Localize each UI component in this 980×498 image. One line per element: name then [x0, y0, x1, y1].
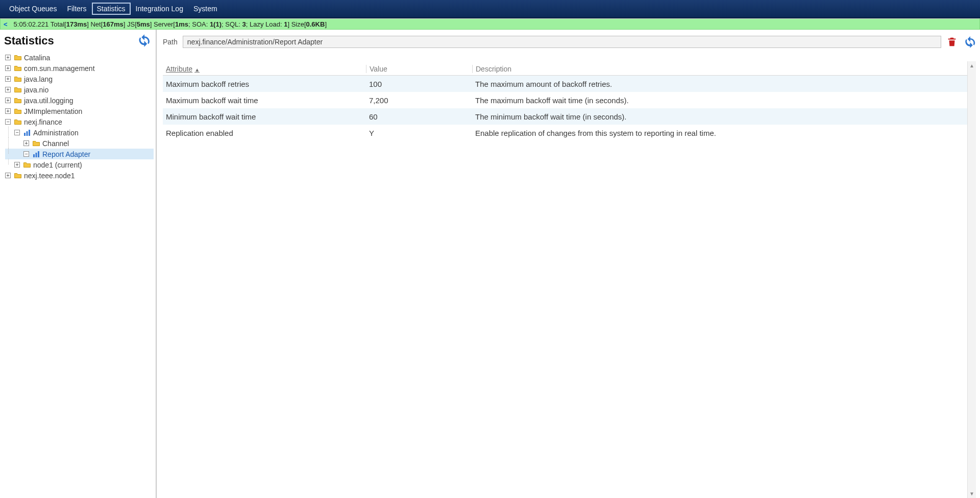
- cell-val: Y: [366, 129, 472, 137]
- expander-icon[interactable]: +: [5, 76, 11, 82]
- cell-desc: Enable replication of changes from this …: [472, 129, 976, 137]
- cell-attr: Maximum backoff retries: [163, 80, 366, 88]
- chart-icon: [23, 129, 31, 137]
- content-panel: Path Attribute▲ Value Description Maximu…: [157, 30, 980, 498]
- svg-rect-5: [38, 151, 39, 157]
- expander-icon[interactable]: −: [23, 151, 29, 157]
- refresh-icon[interactable]: [137, 34, 152, 48]
- svg-rect-4: [36, 153, 37, 157]
- folder-icon: [14, 64, 22, 73]
- statistics-tree: + Catalina + com.sun.management + java.l…: [2, 52, 154, 181]
- scroll-down-icon[interactable]: ▼: [968, 489, 976, 498]
- tree-label: Catalina: [24, 54, 50, 62]
- col-description[interactable]: Description: [472, 65, 976, 73]
- tree-item-selected[interactable]: − Report Adapter: [5, 149, 154, 159]
- expander-icon[interactable]: +: [5, 87, 11, 92]
- path-row: Path: [163, 33, 976, 51]
- svg-rect-3: [33, 154, 35, 157]
- tree-label: java.nio: [24, 86, 48, 94]
- tree-item[interactable]: − nexj.finance: [5, 116, 154, 127]
- table-body: Maximum backoff retries 100 The maximum …: [163, 76, 976, 141]
- col-value[interactable]: Value: [366, 65, 472, 73]
- cell-desc: The maximum amount of backoff retries.: [472, 80, 976, 88]
- folder-icon: [23, 161, 31, 169]
- sort-asc-icon: ▲: [194, 67, 200, 73]
- tree-label: JMImplementation: [24, 107, 82, 115]
- table-row[interactable]: Maximum backoff wait time 7,200 The maxi…: [163, 92, 976, 108]
- expander-icon[interactable]: +: [5, 98, 11, 103]
- main-area: Statistics + Catalina + com.sun.manageme…: [0, 30, 980, 498]
- back-arrow-icon[interactable]: <: [4, 20, 8, 28]
- scroll-track[interactable]: [968, 70, 976, 489]
- cell-attr: Replication enabled: [163, 129, 366, 137]
- table-row[interactable]: Minimum backoff wait time 60 The minimum…: [163, 108, 976, 125]
- expander-icon[interactable]: +: [5, 55, 11, 60]
- attributes-table: Attribute▲ Value Description Maximum bac…: [163, 61, 976, 498]
- folder-icon: [14, 118, 22, 126]
- expander-icon[interactable]: +: [5, 108, 11, 114]
- table-row[interactable]: Maximum backoff retries 100 The maximum …: [163, 76, 976, 92]
- tree-label: java.util.logging: [24, 97, 74, 105]
- nav-statistics[interactable]: Statistics: [92, 3, 131, 15]
- refresh-icon[interactable]: [964, 36, 976, 48]
- status-text: 5:05:02.221 Total[173ms] Net[167ms] JS[5…: [14, 20, 327, 28]
- table-header: Attribute▲ Value Description: [163, 61, 976, 76]
- svg-rect-2: [29, 130, 30, 136]
- table-row[interactable]: Replication enabled Y Enable replication…: [163, 125, 976, 141]
- nav-integration-log[interactable]: Integration Log: [131, 3, 188, 15]
- trash-icon[interactable]: [946, 36, 959, 48]
- path-label: Path: [163, 38, 178, 46]
- tree-item[interactable]: + com.sun.management: [5, 63, 154, 74]
- cell-desc: The maximum backoff wait time (in second…: [472, 96, 976, 105]
- tree-item[interactable]: + JMImplementation: [5, 106, 154, 116]
- svg-rect-1: [27, 131, 28, 136]
- tree-item[interactable]: + node1 (current): [5, 159, 154, 170]
- cell-val: 7,200: [366, 96, 472, 105]
- sidebar-header: Statistics: [2, 33, 154, 52]
- expander-icon[interactable]: +: [14, 162, 20, 168]
- page-title: Statistics: [4, 34, 54, 48]
- col-attribute-label: Attribute: [166, 65, 192, 73]
- tree-label: nexj.finance: [24, 118, 62, 126]
- sidebar: Statistics + Catalina + com.sun.manageme…: [0, 30, 157, 498]
- timing-status-bar: < 5:05:02.221 Total[173ms] Net[167ms] JS…: [0, 18, 980, 30]
- nav-filters[interactable]: Filters: [62, 3, 91, 15]
- folder-icon: [32, 139, 40, 148]
- expander-icon[interactable]: −: [14, 130, 20, 135]
- expander-icon[interactable]: −: [5, 119, 11, 125]
- cell-desc: The minimum backoff wait time (in second…: [472, 112, 976, 121]
- vertical-scrollbar[interactable]: ▲ ▼: [967, 61, 976, 498]
- tree-item[interactable]: + java.util.logging: [5, 95, 154, 106]
- expander-icon[interactable]: +: [5, 65, 11, 71]
- scroll-up-icon[interactable]: ▲: [968, 61, 976, 70]
- folder-icon: [14, 75, 22, 83]
- tree-item[interactable]: + Catalina: [5, 52, 154, 63]
- svg-rect-0: [24, 133, 26, 136]
- nav-system[interactable]: System: [188, 3, 223, 15]
- tree-item[interactable]: + nexj.teee.node1: [5, 170, 154, 181]
- tree-label: Administration: [33, 129, 79, 137]
- top-nav: Object Queues Filters Statistics Integra…: [0, 0, 980, 18]
- cell-val: 60: [366, 112, 472, 121]
- tree-item[interactable]: + java.lang: [5, 74, 154, 84]
- folder-icon: [14, 107, 22, 115]
- expander-icon[interactable]: +: [23, 140, 29, 146]
- folder-icon: [14, 172, 22, 180]
- folder-icon: [14, 86, 22, 94]
- cell-attr: Maximum backoff wait time: [163, 96, 366, 105]
- tree-item[interactable]: − Administration: [5, 127, 154, 138]
- nav-object-queues[interactable]: Object Queues: [4, 3, 62, 15]
- col-attribute[interactable]: Attribute▲: [163, 65, 366, 73]
- tree-label: Report Adapter: [42, 150, 90, 158]
- path-input[interactable]: [183, 36, 941, 48]
- chart-icon: [32, 150, 40, 158]
- folder-icon: [14, 54, 22, 62]
- tree-item[interactable]: + Channel: [5, 138, 154, 149]
- tree-item[interactable]: + java.nio: [5, 84, 154, 95]
- expander-icon[interactable]: +: [5, 173, 11, 178]
- tree-label: node1 (current): [33, 161, 82, 169]
- cell-val: 100: [366, 80, 472, 88]
- tree-label: com.sun.management: [24, 64, 95, 73]
- folder-icon: [14, 97, 22, 105]
- cell-attr: Minimum backoff wait time: [163, 112, 366, 121]
